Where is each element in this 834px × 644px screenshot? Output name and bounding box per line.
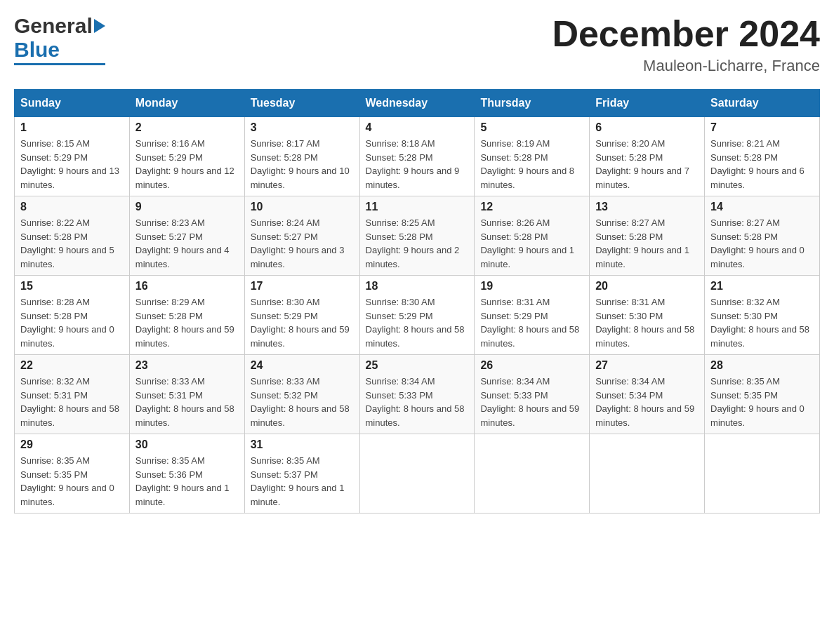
day-info: Sunrise: 8:29 AMSunset: 5:28 PMDaylight:… bbox=[135, 295, 239, 350]
page-header: General Blue December 2024 Mauleon-Licha… bbox=[14, 14, 820, 75]
calendar-week-row: 29Sunrise: 8:35 AMSunset: 5:35 PMDayligh… bbox=[15, 434, 820, 514]
logo-arrow-icon bbox=[94, 19, 105, 33]
day-info: Sunrise: 8:34 AMSunset: 5:34 PMDaylight:… bbox=[595, 375, 699, 429]
day-number: 27 bbox=[595, 359, 699, 372]
calendar-week-row: 8Sunrise: 8:22 AMSunset: 5:28 PMDaylight… bbox=[15, 196, 820, 276]
calendar-cell: 29Sunrise: 8:35 AMSunset: 5:35 PMDayligh… bbox=[15, 434, 130, 514]
calendar-cell bbox=[475, 434, 590, 514]
calendar-cell: 10Sunrise: 8:24 AMSunset: 5:27 PMDayligh… bbox=[244, 196, 359, 276]
calendar-cell: 30Sunrise: 8:35 AMSunset: 5:36 PMDayligh… bbox=[129, 434, 244, 514]
day-info: Sunrise: 8:22 AMSunset: 5:28 PMDaylight:… bbox=[20, 216, 124, 271]
calendar-cell: 9Sunrise: 8:23 AMSunset: 5:27 PMDaylight… bbox=[129, 196, 244, 276]
calendar-cell: 3Sunrise: 8:17 AMSunset: 5:28 PMDaylight… bbox=[244, 117, 359, 196]
day-number: 31 bbox=[251, 438, 354, 451]
calendar-cell: 31Sunrise: 8:35 AMSunset: 5:37 PMDayligh… bbox=[244, 434, 359, 514]
day-number: 17 bbox=[251, 280, 354, 293]
day-info: Sunrise: 8:33 AMSunset: 5:32 PMDaylight:… bbox=[251, 375, 354, 429]
day-number: 2 bbox=[135, 121, 239, 134]
day-info: Sunrise: 8:28 AMSunset: 5:28 PMDaylight:… bbox=[20, 295, 124, 350]
day-number: 1 bbox=[20, 121, 124, 134]
calendar-cell: 25Sunrise: 8:34 AMSunset: 5:33 PMDayligh… bbox=[359, 355, 475, 434]
day-number: 13 bbox=[595, 201, 699, 213]
calendar-cell: 16Sunrise: 8:29 AMSunset: 5:28 PMDayligh… bbox=[129, 276, 244, 355]
calendar-cell: 24Sunrise: 8:33 AMSunset: 5:32 PMDayligh… bbox=[244, 355, 359, 434]
day-info: Sunrise: 8:33 AMSunset: 5:31 PMDaylight:… bbox=[135, 375, 239, 429]
day-info: Sunrise: 8:32 AMSunset: 5:30 PMDaylight:… bbox=[710, 295, 814, 350]
day-info: Sunrise: 8:23 AMSunset: 5:27 PMDaylight:… bbox=[135, 216, 239, 271]
day-info: Sunrise: 8:35 AMSunset: 5:36 PMDaylight:… bbox=[135, 454, 239, 509]
calendar-cell: 20Sunrise: 8:31 AMSunset: 5:30 PMDayligh… bbox=[590, 276, 705, 355]
day-number: 10 bbox=[251, 201, 354, 213]
calendar-cell: 19Sunrise: 8:31 AMSunset: 5:29 PMDayligh… bbox=[475, 276, 590, 355]
calendar-cell: 1Sunrise: 8:15 AMSunset: 5:29 PMDaylight… bbox=[15, 117, 130, 196]
day-info: Sunrise: 8:27 AMSunset: 5:28 PMDaylight:… bbox=[595, 216, 699, 271]
day-number: 3 bbox=[251, 121, 354, 134]
day-number: 5 bbox=[480, 121, 583, 134]
day-number: 6 bbox=[595, 121, 699, 134]
day-headers-row: SundayMondayTuesdayWednesdayThursdayFrid… bbox=[15, 90, 820, 117]
calendar-table: SundayMondayTuesdayWednesdayThursdayFrid… bbox=[14, 89, 820, 514]
day-info: Sunrise: 8:25 AMSunset: 5:28 PMDaylight:… bbox=[366, 216, 469, 271]
logo: General Blue bbox=[14, 14, 105, 65]
day-number: 21 bbox=[710, 280, 814, 293]
calendar-cell: 18Sunrise: 8:30 AMSunset: 5:29 PMDayligh… bbox=[359, 276, 475, 355]
calendar-cell: 2Sunrise: 8:16 AMSunset: 5:29 PMDaylight… bbox=[129, 117, 244, 196]
day-info: Sunrise: 8:27 AMSunset: 5:28 PMDaylight:… bbox=[710, 216, 814, 271]
day-info: Sunrise: 8:24 AMSunset: 5:27 PMDaylight:… bbox=[251, 216, 354, 271]
day-number: 18 bbox=[366, 280, 469, 293]
calendar-week-row: 1Sunrise: 8:15 AMSunset: 5:29 PMDaylight… bbox=[15, 117, 820, 196]
calendar-cell: 26Sunrise: 8:34 AMSunset: 5:33 PMDayligh… bbox=[475, 355, 590, 434]
day-number: 23 bbox=[135, 359, 239, 372]
calendar-cell bbox=[359, 434, 475, 514]
day-number: 19 bbox=[480, 280, 583, 293]
day-info: Sunrise: 8:34 AMSunset: 5:33 PMDaylight:… bbox=[366, 375, 469, 429]
day-number: 7 bbox=[710, 121, 814, 134]
logo-underline bbox=[14, 63, 105, 65]
day-info: Sunrise: 8:21 AMSunset: 5:28 PMDaylight:… bbox=[710, 137, 814, 192]
day-header-saturday: Saturday bbox=[705, 90, 820, 117]
day-info: Sunrise: 8:34 AMSunset: 5:33 PMDaylight:… bbox=[480, 375, 583, 429]
calendar-cell: 23Sunrise: 8:33 AMSunset: 5:31 PMDayligh… bbox=[129, 355, 244, 434]
day-number: 22 bbox=[20, 359, 124, 372]
day-info: Sunrise: 8:19 AMSunset: 5:28 PMDaylight:… bbox=[480, 137, 583, 192]
month-title: December 2024 bbox=[552, 14, 820, 54]
calendar-cell: 15Sunrise: 8:28 AMSunset: 5:28 PMDayligh… bbox=[15, 276, 130, 355]
calendar-week-row: 22Sunrise: 8:32 AMSunset: 5:31 PMDayligh… bbox=[15, 355, 820, 434]
day-number: 15 bbox=[20, 280, 124, 293]
day-info: Sunrise: 8:16 AMSunset: 5:29 PMDaylight:… bbox=[135, 137, 239, 192]
day-info: Sunrise: 8:17 AMSunset: 5:28 PMDaylight:… bbox=[251, 137, 354, 192]
day-info: Sunrise: 8:31 AMSunset: 5:29 PMDaylight:… bbox=[480, 295, 583, 350]
day-header-tuesday: Tuesday bbox=[244, 90, 359, 117]
logo-blue-text: Blue bbox=[14, 38, 60, 62]
calendar-cell: 22Sunrise: 8:32 AMSunset: 5:31 PMDayligh… bbox=[15, 355, 130, 434]
day-info: Sunrise: 8:20 AMSunset: 5:28 PMDaylight:… bbox=[595, 137, 699, 192]
calendar-cell: 12Sunrise: 8:26 AMSunset: 5:28 PMDayligh… bbox=[475, 196, 590, 276]
day-number: 25 bbox=[366, 359, 469, 372]
calendar-cell: 28Sunrise: 8:35 AMSunset: 5:35 PMDayligh… bbox=[705, 355, 820, 434]
day-info: Sunrise: 8:35 AMSunset: 5:37 PMDaylight:… bbox=[251, 454, 354, 509]
day-info: Sunrise: 8:30 AMSunset: 5:29 PMDaylight:… bbox=[366, 295, 469, 350]
day-header-monday: Monday bbox=[129, 90, 244, 117]
day-header-thursday: Thursday bbox=[475, 90, 590, 117]
calendar-cell bbox=[705, 434, 820, 514]
day-info: Sunrise: 8:18 AMSunset: 5:28 PMDaylight:… bbox=[366, 137, 469, 192]
day-info: Sunrise: 8:31 AMSunset: 5:30 PMDaylight:… bbox=[595, 295, 699, 350]
calendar-cell: 14Sunrise: 8:27 AMSunset: 5:28 PMDayligh… bbox=[705, 196, 820, 276]
day-number: 4 bbox=[366, 121, 469, 134]
calendar-cell: 11Sunrise: 8:25 AMSunset: 5:28 PMDayligh… bbox=[359, 196, 475, 276]
day-number: 29 bbox=[20, 438, 124, 451]
day-info: Sunrise: 8:26 AMSunset: 5:28 PMDaylight:… bbox=[480, 216, 583, 271]
day-number: 12 bbox=[480, 201, 583, 213]
day-info: Sunrise: 8:32 AMSunset: 5:31 PMDaylight:… bbox=[20, 375, 124, 429]
day-number: 20 bbox=[595, 280, 699, 293]
calendar-cell: 6Sunrise: 8:20 AMSunset: 5:28 PMDaylight… bbox=[590, 117, 705, 196]
calendar-cell: 4Sunrise: 8:18 AMSunset: 5:28 PMDaylight… bbox=[359, 117, 475, 196]
calendar-cell: 21Sunrise: 8:32 AMSunset: 5:30 PMDayligh… bbox=[705, 276, 820, 355]
day-info: Sunrise: 8:30 AMSunset: 5:29 PMDaylight:… bbox=[251, 295, 354, 350]
calendar-cell: 5Sunrise: 8:19 AMSunset: 5:28 PMDaylight… bbox=[475, 117, 590, 196]
day-header-sunday: Sunday bbox=[15, 90, 130, 117]
day-number: 24 bbox=[251, 359, 354, 372]
title-section: December 2024 Mauleon-Licharre, France bbox=[552, 14, 820, 75]
location-subtitle: Mauleon-Licharre, France bbox=[552, 57, 820, 75]
calendar-cell: 7Sunrise: 8:21 AMSunset: 5:28 PMDaylight… bbox=[705, 117, 820, 196]
